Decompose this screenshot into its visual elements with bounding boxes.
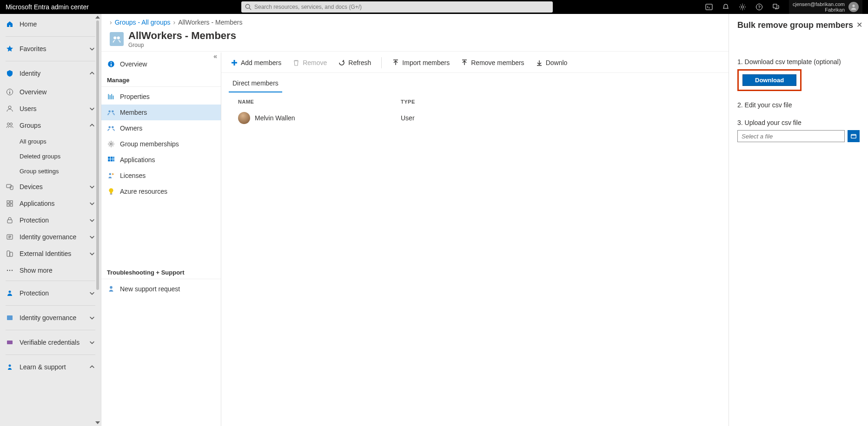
svg-text:?: ? bbox=[758, 5, 760, 9]
svg-rect-41 bbox=[113, 159, 114, 162]
nav-applications[interactable]: Applications bbox=[0, 195, 101, 212]
nav-identity[interactable]: Identity bbox=[0, 63, 101, 84]
resmenu-new-support[interactable]: New support request bbox=[101, 281, 221, 297]
svg-rect-17 bbox=[7, 220, 12, 223]
chevron-down-icon bbox=[89, 46, 95, 52]
page-title: AllWorkers - Members bbox=[128, 30, 236, 42]
svg-rect-43 bbox=[110, 194, 113, 195]
svg-point-32 bbox=[112, 111, 114, 113]
upload-icon bbox=[461, 59, 468, 66]
svg-rect-37 bbox=[111, 157, 113, 159]
app-title: Microsoft Entra admin center bbox=[6, 3, 89, 11]
groups-icon bbox=[6, 122, 13, 129]
user-icon bbox=[6, 105, 13, 112]
nav-deleted-groups[interactable]: Deleted groups bbox=[0, 149, 101, 164]
nav-groups[interactable]: Groups bbox=[0, 117, 101, 134]
add-members-button[interactable]: Add members bbox=[227, 57, 285, 68]
page-subtitle: Group bbox=[128, 42, 236, 48]
resmenu-properties[interactable]: Properties bbox=[101, 89, 221, 105]
support-ticket-icon bbox=[107, 285, 115, 293]
th-name[interactable]: NAME bbox=[238, 99, 401, 105]
svg-rect-16 bbox=[10, 204, 13, 206]
nav-identity-overview[interactable]: Overview bbox=[0, 84, 101, 100]
remove-members-button[interactable]: Remove members bbox=[457, 57, 528, 68]
search-input[interactable] bbox=[254, 4, 549, 10]
nav-show-more[interactable]: Show more bbox=[0, 262, 101, 279]
download-highlight: Download bbox=[737, 69, 802, 91]
nav-protection[interactable]: Protection bbox=[0, 212, 101, 229]
breadcrumb-groups[interactable]: Groups - All groups bbox=[115, 19, 171, 26]
svg-point-3 bbox=[741, 6, 743, 8]
resmenu-applications[interactable]: Applications bbox=[101, 152, 221, 168]
nav-home[interactable]: Home bbox=[0, 14, 101, 34]
settings-icon[interactable] bbox=[739, 3, 746, 11]
svg-point-31 bbox=[108, 111, 111, 113]
home-icon bbox=[6, 20, 13, 28]
nav-group-settings[interactable]: Group settings bbox=[0, 164, 101, 178]
nav-devices[interactable]: Devices bbox=[0, 178, 101, 195]
resmenu-group-memberships[interactable]: Group memberships bbox=[101, 136, 221, 152]
svg-point-35 bbox=[110, 143, 113, 145]
svg-rect-39 bbox=[108, 159, 110, 162]
chevron-down-icon bbox=[89, 200, 95, 207]
notifications-icon[interactable] bbox=[722, 3, 729, 11]
info-icon bbox=[107, 60, 115, 68]
members-table: NAME TYPE Melvin Wallen User bbox=[221, 92, 729, 131]
account-menu[interactable]: cjensen@fabrikan.com Fabrikan bbox=[789, 0, 862, 14]
th-type[interactable]: TYPE bbox=[401, 99, 494, 105]
resource-menu: « Overview Manage Properties Members bbox=[101, 52, 221, 426]
resmenu-members[interactable]: Members bbox=[101, 105, 221, 120]
svg-point-24 bbox=[9, 291, 11, 293]
download-button[interactable]: Downlo bbox=[532, 57, 571, 68]
devices-icon bbox=[6, 183, 13, 190]
close-icon[interactable]: ✕ bbox=[856, 20, 862, 29]
nav-favorites[interactable]: Favorites bbox=[0, 39, 101, 59]
feedback-icon[interactable] bbox=[772, 3, 780, 11]
tab-direct-members[interactable]: Direct members bbox=[229, 75, 282, 92]
scrollbar[interactable] bbox=[95, 16, 100, 424]
resmenu-licenses[interactable]: Licenses bbox=[101, 168, 221, 184]
svg-rect-40 bbox=[111, 159, 113, 162]
global-search[interactable] bbox=[241, 1, 553, 13]
svg-point-34 bbox=[112, 126, 114, 129]
avatar bbox=[848, 2, 859, 12]
table-row[interactable]: Melvin Wallen User bbox=[229, 108, 721, 128]
support-icon bbox=[6, 363, 13, 371]
nav-users[interactable]: Users bbox=[0, 100, 101, 117]
svg-point-23 bbox=[12, 270, 13, 271]
import-members-button[interactable]: Import members bbox=[388, 57, 453, 68]
step3-label: 3. Upload your csv file bbox=[737, 119, 860, 126]
svg-rect-38 bbox=[113, 157, 114, 159]
nav-external-identities[interactable]: External Identities bbox=[0, 245, 101, 262]
download-template-button[interactable]: Download bbox=[742, 74, 796, 86]
refresh-button[interactable]: Refresh bbox=[334, 57, 375, 68]
blade-header: AllWorkers - Members Group bbox=[101, 28, 729, 52]
resmenu-owners[interactable]: Owners bbox=[101, 120, 221, 136]
download-icon bbox=[536, 59, 543, 66]
nav-all-groups[interactable]: All groups bbox=[0, 134, 101, 149]
nav-id-governance[interactable]: Identity governance bbox=[0, 229, 101, 245]
nav-verifiable-credentials[interactable]: Verifiable credentials bbox=[0, 332, 101, 353]
svg-point-8 bbox=[8, 106, 11, 109]
svg-point-10 bbox=[10, 123, 13, 125]
resmenu-azure-resources[interactable]: Azure resources bbox=[101, 184, 221, 199]
gear-icon bbox=[107, 140, 115, 148]
grid-icon bbox=[107, 156, 115, 164]
help-icon[interactable]: ? bbox=[755, 3, 763, 11]
idgov-icon bbox=[6, 314, 13, 321]
resmenu-overview[interactable]: Overview bbox=[101, 56, 221, 72]
folder-icon bbox=[850, 133, 857, 139]
nav-protection2[interactable]: Protection bbox=[0, 283, 101, 303]
file-select-input[interactable] bbox=[737, 130, 845, 142]
nav-id-gov2[interactable]: Identity governance bbox=[0, 308, 101, 328]
collapse-menu-icon[interactable]: « bbox=[213, 52, 217, 60]
properties-icon bbox=[107, 92, 115, 101]
svg-rect-36 bbox=[108, 157, 110, 159]
identity-icon bbox=[6, 70, 13, 77]
cloud-shell-icon[interactable] bbox=[705, 3, 713, 11]
chevron-down-icon bbox=[89, 105, 95, 112]
browse-file-button[interactable] bbox=[848, 130, 860, 142]
nav-learn-support[interactable]: Learn & support bbox=[0, 357, 101, 377]
panel-title: Bulk remove group members bbox=[737, 20, 860, 30]
owners-icon bbox=[107, 124, 115, 132]
